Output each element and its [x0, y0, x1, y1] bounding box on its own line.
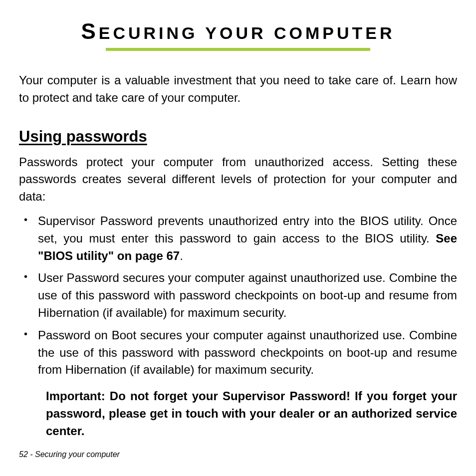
page-title-rest: ECURING YOUR COMPUTER: [99, 23, 395, 42]
title-underline: [106, 48, 370, 51]
page-footer: 52 - Securing your computer: [19, 450, 120, 459]
page-title-cap: S: [81, 19, 98, 43]
page-title: SECURING YOUR COMPUTER: [19, 19, 457, 44]
bullet-text: Password on Boot secures your computer a…: [38, 328, 457, 377]
list-item: Supervisor Password prevents unauthorize…: [19, 213, 457, 264]
section-intro: Passwords protect your computer from una…: [19, 154, 457, 206]
list-item: Password on Boot secures your computer a…: [19, 327, 457, 379]
section-heading-using-passwords: Using passwords: [19, 128, 457, 146]
password-bullet-list: Supervisor Password prevents unauthorize…: [19, 213, 457, 379]
intro-paragraph: Your computer is a valuable investment t…: [19, 72, 457, 107]
list-item: User Password secures your computer agai…: [19, 269, 457, 321]
bullet-text-after: .: [180, 249, 183, 262]
bullet-text: Supervisor Password prevents unauthorize…: [38, 214, 457, 245]
important-note: Important: Do not forget your Supervisor…: [46, 388, 457, 440]
bullet-text: User Password secures your computer agai…: [38, 271, 457, 319]
